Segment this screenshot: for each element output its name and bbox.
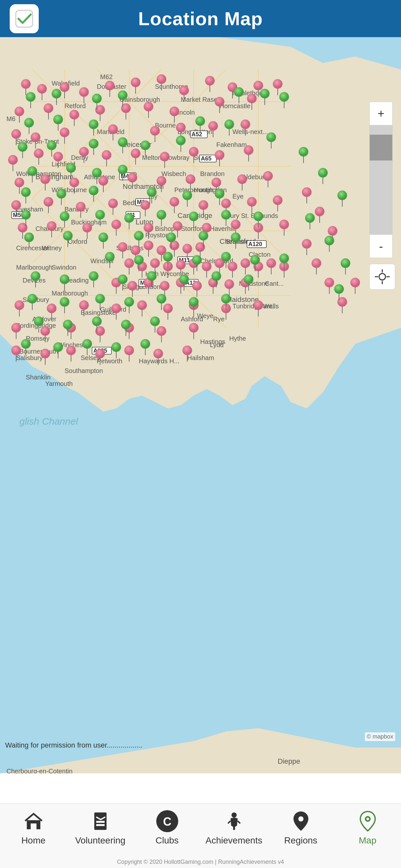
svg-rect-563 <box>96 821 104 823</box>
zoom-scrollbar-thumb <box>370 135 392 160</box>
svg-text:Hailsham: Hailsham <box>187 354 214 361</box>
svg-text:A52: A52 <box>191 131 202 137</box>
svg-text:Hythe: Hythe <box>229 335 246 342</box>
svg-text:Doncaster: Doncaster <box>97 83 126 90</box>
svg-text:Reading: Reading <box>65 277 89 284</box>
svg-point-573 <box>366 817 369 820</box>
svg-text:Lichfield: Lichfield <box>52 160 75 167</box>
svg-text:Wakefield: Wakefield <box>52 80 80 87</box>
svg-text:Petworth: Petworth <box>97 358 122 365</box>
svg-text:Atherstone: Atherstone <box>84 174 115 181</box>
svg-text:Lincoln: Lincoln <box>174 109 195 116</box>
svg-text:Stoke-on-Trent: Stoke-on-Trent <box>16 138 59 145</box>
svg-text:Chelmsford: Chelmsford <box>200 257 233 265</box>
svg-text:Witney: Witney <box>42 244 62 252</box>
map-container[interactable]: Birmingham Stoke-on-Trent Cambridge Chel… <box>0 37 401 773</box>
svg-text:Huntingdon: Huntingdon <box>194 186 227 193</box>
svg-text:Marlborough: Marlborough <box>52 290 88 297</box>
achievements-icon <box>222 810 246 833</box>
svg-text:Haywards H...: Haywards H... <box>139 358 180 365</box>
svg-text:High Wycombe: High Wycombe <box>145 270 189 277</box>
svg-text:A285: A285 <box>93 347 107 354</box>
zoom-scrollbar[interactable] <box>369 125 393 235</box>
nav-label-map: Map <box>359 835 376 846</box>
svg-text:A120: A120 <box>248 241 262 247</box>
svg-text:M5: M5 <box>13 212 21 218</box>
svg-text:Guildford: Guildford <box>100 306 126 313</box>
svg-text:Rye: Rye <box>213 315 225 322</box>
svg-text:Northampton: Northampton <box>123 182 164 190</box>
svg-point-555 <box>379 274 385 280</box>
svg-text:Selsey: Selsey <box>81 354 100 361</box>
map-status: Waiting for permission from user........… <box>0 739 401 751</box>
svg-text:Royston: Royston <box>145 231 169 239</box>
svg-text:Winchester: Winchester <box>58 341 90 348</box>
my-location-button[interactable] <box>369 264 395 290</box>
svg-text:Haverhill: Haverhill <box>210 225 235 232</box>
header: Location Map <box>0 0 401 37</box>
svg-text:Wells-next...: Wells-next... <box>233 128 268 135</box>
svg-text:Oxford: Oxford <box>68 238 87 245</box>
svg-text:Mablethorpe: Mablethorpe <box>233 89 268 97</box>
nav-item-map[interactable]: Map <box>334 810 401 846</box>
app-logo <box>10 4 39 33</box>
svg-text:M4: M4 <box>140 280 148 286</box>
svg-text:Wisbech: Wisbech <box>161 170 186 177</box>
svg-text:M6: M6 <box>6 115 16 122</box>
nav-item-clubs[interactable]: C Clubs <box>134 810 201 846</box>
svg-text:Shanklin: Shanklin <box>26 374 51 381</box>
nav-item-regions[interactable]: Regions <box>267 810 334 846</box>
svg-text:Derby: Derby <box>71 154 88 161</box>
svg-text:Charlbury: Charlbury <box>35 225 64 232</box>
svg-text:Fordingbridge: Fordingbridge <box>16 322 56 329</box>
svg-text:Bury St. Edmunds: Bury St. Edmunds <box>226 212 278 219</box>
svg-text:Banbury: Banbury <box>65 206 89 213</box>
svg-text:A13: A13 <box>185 280 196 286</box>
page-title: Location Map <box>138 8 263 29</box>
nav-item-achievements[interactable]: Achievements <box>201 810 267 846</box>
svg-text:Maidstone: Maidstone <box>239 280 269 287</box>
svg-text:Ashford: Ashford <box>181 315 203 322</box>
svg-text:Southampton: Southampton <box>65 367 103 374</box>
svg-rect-568 <box>233 827 235 830</box>
svg-text:Windsor: Windsor <box>90 257 114 265</box>
svg-text:Salisbury: Salisbury <box>16 354 42 361</box>
copyright-text: Copyright © 2020 HollottGaming.com | Run… <box>0 859 401 865</box>
svg-text:Market Rasen: Market Rasen <box>181 96 221 103</box>
svg-text:Horncastle: Horncastle <box>220 102 251 110</box>
svg-text:Mansfield: Mansfield <box>97 128 125 135</box>
svg-text:Marlborough: Marlborough <box>16 264 52 271</box>
svg-text:Dieppe: Dieppe <box>278 757 300 765</box>
svg-text:Andover: Andover <box>32 315 57 322</box>
svg-rect-564 <box>96 824 104 826</box>
svg-line-570 <box>238 821 240 824</box>
svg-text:Leicester: Leicester <box>123 141 151 149</box>
svg-text:M1: M1 <box>137 199 145 206</box>
svg-text:Melton Mowbray: Melton Mowbray <box>142 154 189 161</box>
svg-text:A65: A65 <box>201 155 212 162</box>
zoom-in-button[interactable]: + <box>369 102 393 125</box>
clubs-icon: C <box>156 810 179 833</box>
svg-text:Lydd: Lydd <box>210 341 224 348</box>
svg-text:Cherbourg-en-Cotentin: Cherbourg-en-Cotentin <box>6 768 73 773</box>
svg-text:Cambridge: Cambridge <box>178 212 212 220</box>
map-nav-icon <box>356 810 379 833</box>
zoom-out-button[interactable]: - <box>369 235 393 258</box>
svg-point-571 <box>298 816 304 822</box>
svg-text:Buckingham: Buckingham <box>71 219 106 226</box>
svg-text:Yarmouth: Yarmouth <box>45 380 73 387</box>
svg-text:M42: M42 <box>121 173 132 180</box>
svg-text:Clacton: Clacton <box>249 251 271 258</box>
volunteering-icon <box>89 810 112 833</box>
nav-item-volunteering[interactable]: Volunteering <box>67 810 134 846</box>
svg-text:Romsey: Romsey <box>26 335 50 342</box>
svg-rect-561 <box>31 824 36 829</box>
nav-item-home[interactable]: Home <box>0 810 67 846</box>
svg-text:Willisbourne: Willisbourne <box>52 186 87 193</box>
svg-text:M11: M11 <box>179 257 190 264</box>
svg-text:Scunthorpe: Scunthorpe <box>155 83 188 90</box>
svg-text:glish Channel: glish Channel <box>19 416 79 427</box>
nav-label-home: Home <box>21 835 45 846</box>
bottom-navigation: Home Volunteering C Clubs <box>0 803 401 868</box>
svg-text:Fakenham: Fakenham <box>216 141 247 148</box>
